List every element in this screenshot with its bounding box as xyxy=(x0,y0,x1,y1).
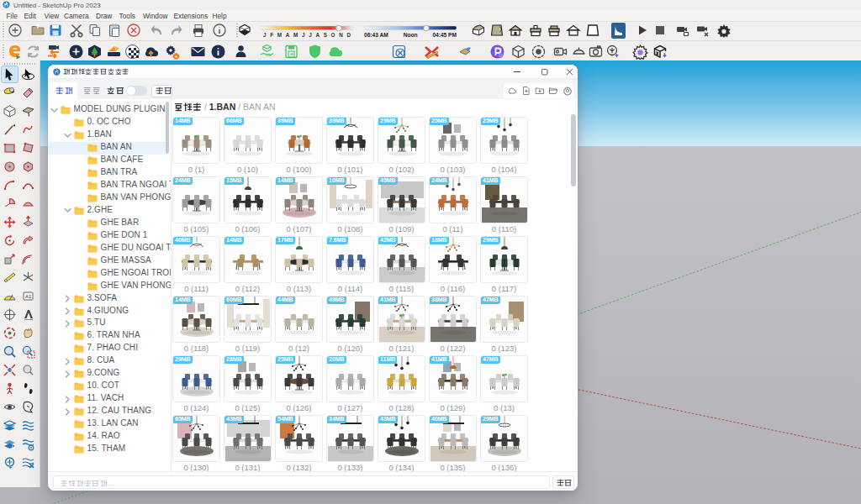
svg-text:A1: A1 xyxy=(25,294,32,299)
